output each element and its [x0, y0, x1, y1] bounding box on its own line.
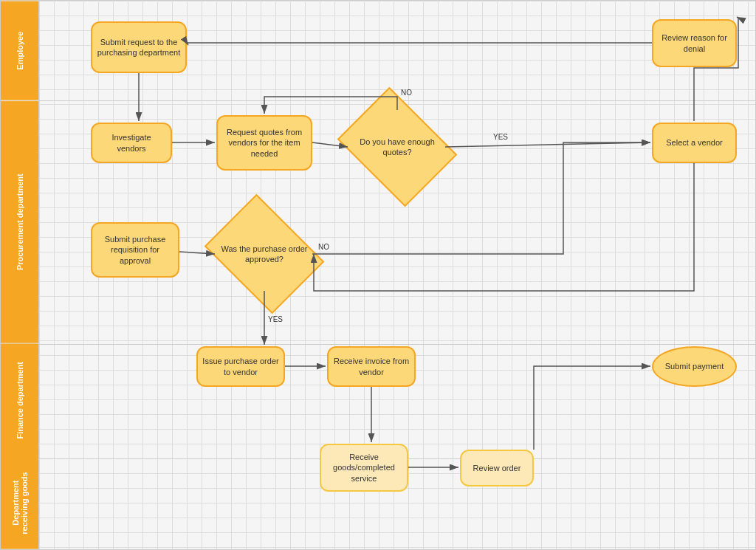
- yes-label-2: YES: [268, 315, 283, 323]
- review-order-node: Review order: [460, 450, 534, 487]
- no-label-2: NO: [318, 243, 329, 251]
- swimlane-finance: Finance department: [1, 343, 38, 458]
- receive-invoice-node: Receive invoice from vendor: [327, 346, 416, 387]
- lane-divider-2: [39, 344, 755, 345]
- arrow-14: [187, 43, 652, 45]
- receive-goods-node: Receive goods/completed service: [320, 444, 408, 492]
- no-label-1: NO: [401, 89, 412, 97]
- request-quotes-node: Request quotes from vendors for the item…: [216, 115, 312, 171]
- swimlane-procurement: Procurement department: [1, 100, 38, 343]
- swimlane-receiving: Department receiving goods: [1, 457, 38, 549]
- select-vendor-node: Select a vendor: [652, 123, 737, 163]
- yes-label-1: YES: [493, 133, 508, 141]
- submit-request-node: Submit request to the purchasing departm…: [91, 21, 187, 73]
- issue-po-node: Issue purchase order to vendor: [196, 346, 285, 387]
- arrow-13: [534, 366, 650, 450]
- approved-node: Was the purchase order approved?: [216, 217, 312, 291]
- enough-quotes-node: Do you have enough quotes?: [349, 110, 445, 184]
- arrow-4: [445, 142, 650, 147]
- swimlane-employee: Employee: [1, 1, 38, 100]
- diagram-area: Submit request to the purchasing departm…: [39, 1, 755, 549]
- submit-payment-node: Submit payment: [652, 346, 737, 387]
- swimlane-labels: Employee Procurement department Finance …: [1, 1, 39, 549]
- diagram-wrapper: Employee Procurement department Finance …: [0, 0, 756, 550]
- investigate-node: Investigate vendors: [91, 123, 172, 163]
- review-denial-node: Review reason for denial: [652, 19, 737, 67]
- submit-pr-node: Submit purchase requisition for approval: [91, 222, 179, 278]
